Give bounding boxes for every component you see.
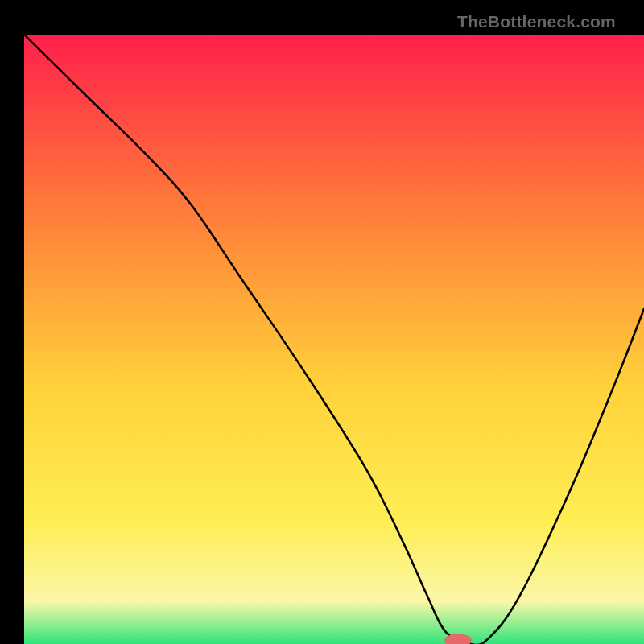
- bottleneck-chart: [24, 35, 644, 644]
- watermark-text: TheBottleneck.com: [457, 12, 616, 31]
- plot-area: [24, 35, 644, 644]
- chart-frame: TheBottleneck.com: [12, 12, 632, 632]
